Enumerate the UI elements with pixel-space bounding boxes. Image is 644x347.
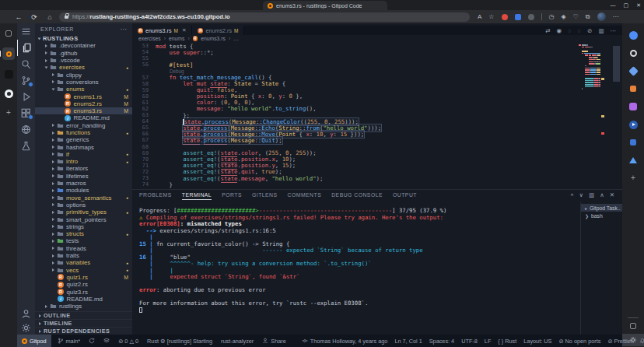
section-timeline[interactable]: TIMELINE — [35, 319, 132, 327]
games-icon[interactable] — [628, 101, 639, 112]
tree-item-quiz3-rs[interactable]: Rquiz3.rs — [35, 288, 132, 295]
status-ports-status[interactable]: ⊘ No open ports — [558, 338, 600, 345]
activity-search-icon[interactable] — [17, 56, 35, 72]
status-pending-changes[interactable] — [103, 338, 110, 344]
tree-item-rustlings[interactable]: rustlings — [35, 303, 132, 310]
tree-item-strings[interactable]: strings — [35, 223, 132, 230]
editor-tab-enums3-rs[interactable]: Renums3.rsM✕ — [132, 26, 192, 35]
tree-item-quiz2-rs[interactable]: Rquiz2.rs — [35, 281, 132, 288]
tree-item-if[interactable]: if● — [35, 151, 132, 158]
breadcrumb[interactable]: exercises›enums›Renums3.rs›… — [138, 35, 239, 42]
tree-item-quiz1-rs[interactable]: Rquiz1.rsM — [35, 274, 132, 281]
panel-tab-gitlens[interactable]: GITLENS — [252, 190, 278, 200]
tree-item--github[interactable]: .github — [35, 50, 132, 57]
extension-dark-icon[interactable] — [528, 14, 534, 20]
extension-red-icon[interactable] — [502, 14, 508, 20]
tree-item-lifetimes[interactable]: lifetimes — [35, 173, 132, 180]
breadcrumb-item[interactable]: enums3.rs — [201, 36, 226, 41]
tools-icon[interactable] — [628, 65, 639, 76]
terminal-dropdown-icon[interactable]: ∨ — [579, 191, 584, 198]
github-icon[interactable] — [3, 88, 14, 99]
tree-item-enums3-rs[interactable]: Renums3.rsM — [35, 107, 132, 114]
panel-tab-problems[interactable]: PROBLEMS — [139, 190, 172, 200]
favorites-star-icon[interactable]: ☆ — [488, 13, 494, 20]
breadcrumb-item[interactable]: enums — [169, 36, 184, 41]
status-encoding[interactable]: UTF-8 — [461, 338, 478, 345]
activity-menu-icon[interactable] — [17, 23, 35, 40]
clipper-icon[interactable] — [628, 137, 639, 148]
settings-more-icon[interactable]: ⋯ — [613, 13, 619, 20]
split-editor-icon[interactable]: ▥ — [598, 27, 604, 34]
tree-item-iterators[interactable]: iterators — [35, 165, 132, 172]
activity-test-explorer-icon[interactable] — [17, 138, 35, 154]
close-panel-icon[interactable]: ✕ — [610, 191, 614, 198]
favorites-heart-icon[interactable]: ♡ — [573, 13, 579, 20]
tree-item-generics[interactable]: generics — [35, 136, 132, 143]
activity-extensions-icon[interactable] — [17, 105, 35, 121]
activity-manage-settings-icon[interactable] — [17, 321, 35, 335]
status-eol-sequence[interactable]: LF — [485, 338, 492, 345]
tree-item-variables[interactable]: variables● — [35, 259, 132, 266]
tree-item-tests[interactable]: tests — [35, 237, 132, 244]
browser-tab[interactable]: enums3.rs - rustlings - Gitpod Code — [263, 1, 387, 10]
timeline-icon[interactable]: ⊘ — [587, 27, 592, 34]
read-aloud-icon[interactable]: A — [478, 13, 481, 20]
terminal-output[interactable]: Progress: [#######################>-----… — [139, 207, 579, 313]
tree-item-macros[interactable]: macros — [35, 180, 132, 187]
collections-icon[interactable]: ◷ — [549, 13, 555, 20]
media-icon[interactable] — [628, 119, 639, 130]
status-language-mode[interactable]: { } Rust — [498, 338, 516, 345]
nav-forward-icon[interactable]: ○ — [578, 27, 582, 34]
section-outline[interactable]: OUTLINE — [35, 311, 132, 319]
activity-explorer-icon[interactable] — [17, 40, 35, 56]
status-gitpod-remote-badge[interactable]: Gitpod — [17, 335, 51, 347]
tree-item-hashmaps[interactable]: hashmaps — [35, 143, 132, 150]
panel-tab-terminal[interactable]: TERMINAL — [182, 190, 212, 200]
tree-item-error-handling[interactable]: error_handling — [35, 122, 132, 129]
refresh-icon[interactable]: ⟳ — [26, 13, 42, 21]
tree-item-threads[interactable]: threads — [35, 245, 132, 252]
tree-item-modules[interactable]: modules — [35, 187, 132, 194]
editor-scrollbar[interactable] — [613, 46, 620, 82]
tree-root[interactable]: RUSTLINGS — [35, 35, 132, 42]
status-rust-server-status[interactable]: Rust ⚙ [rustlings] Starting — [147, 338, 212, 345]
status-prettier-status[interactable]: ⊘ Prettier — [607, 338, 632, 345]
new-terminal-icon[interactable]: + — [570, 191, 573, 198]
customize-sidebar-icon[interactable] — [628, 321, 639, 331]
status-git-branch[interactable]: main* — [58, 338, 81, 345]
tab-actions-icon[interactable] — [3, 28, 14, 39]
add-pin-icon[interactable]: + — [3, 107, 14, 118]
profile-avatar[interactable] — [597, 12, 606, 21]
drop-icon[interactable] — [628, 155, 639, 166]
activity-remote-explorer-icon[interactable] — [17, 121, 35, 138]
status-notifications-bell[interactable] — [639, 338, 644, 344]
breadcrumb-item[interactable]: exercises — [138, 36, 161, 41]
panel-tab-debug-console[interactable]: DEBUG CONSOLE — [331, 190, 383, 200]
search-icon[interactable] — [628, 47, 639, 58]
section-rust-dependencies[interactable]: RUST DEPENDENCIES — [35, 327, 132, 335]
activity-run-and-debug-icon[interactable] — [17, 89, 35, 105]
more-actions-icon[interactable]: ⋯ — [611, 27, 617, 34]
back-icon[interactable]: ← — [11, 13, 26, 21]
maximize-panel-icon[interactable]: ∧ — [600, 191, 604, 198]
tree-item-readme-md[interactable]: iREADME.md — [35, 114, 132, 121]
status-indentation[interactable]: Spaces: 4 — [429, 338, 454, 345]
address-bar[interactable]: https://rustlang-rustlings-a4t2wf2cdzs.w… — [59, 12, 470, 22]
tree-item-enums[interactable]: enums● — [35, 86, 132, 93]
gitpod-pinned-icon[interactable] — [2, 47, 15, 60]
open-changes-icon[interactable]: ⇄ — [545, 27, 550, 34]
compare-icon[interactable]: ◉ — [557, 27, 562, 34]
panel-tab-ports[interactable]: PORTS — [222, 190, 242, 200]
minimap[interactable] — [579, 44, 600, 189]
status-git-blame[interactable]: Thomas Holloway, 4 years ago — [302, 338, 388, 345]
tree-item-vecs[interactable]: vecs● — [35, 267, 132, 274]
copilot-icon[interactable] — [628, 30, 639, 40]
activity-source-control-icon[interactable] — [17, 72, 35, 89]
tree-item--vscode[interactable]: .vscode — [35, 57, 132, 64]
tree-item-structs[interactable]: structs● — [35, 230, 132, 237]
maximize-button[interactable]: ▢ — [624, 2, 629, 9]
explorer-more-icon[interactable]: ⋯ — [120, 26, 127, 33]
tree-item-readme-md[interactable]: iREADME.md — [35, 296, 132, 303]
tree-item-enums2-rs[interactable]: Renums2.rsM — [35, 100, 132, 107]
status-share-button[interactable]: Share — [262, 338, 285, 345]
